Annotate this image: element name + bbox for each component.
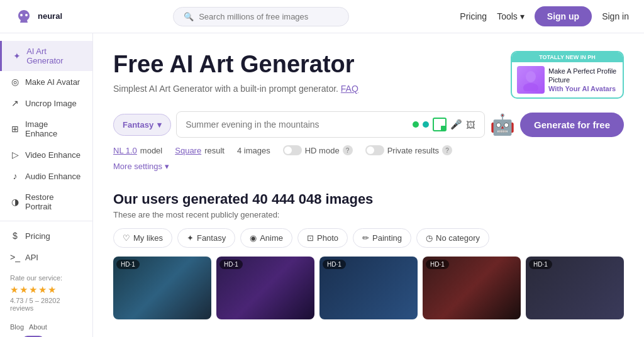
- enhance-icon: ⊞: [10, 124, 20, 134]
- result-shape-selector[interactable]: Square result: [175, 146, 225, 155]
- private-switch[interactable]: [365, 145, 384, 155]
- sidebar-item-api[interactable]: >_ API: [0, 246, 92, 268]
- prompt-icons: 🎤 🖼: [413, 118, 475, 131]
- image-card-1[interactable]: HD·1: [113, 257, 211, 319]
- sidebar-divider: [0, 221, 92, 221]
- sparkle-icon: ✦: [12, 51, 21, 61]
- hd-badge: HD·1: [224, 261, 238, 268]
- signup-button[interactable]: Sign up: [535, 6, 592, 26]
- code-icon: >_: [10, 252, 20, 262]
- style-dropdown[interactable]: Fantasy ▾: [113, 114, 171, 136]
- sidebar-item-video-enhance[interactable]: ▷ Video Enhance: [0, 144, 92, 165]
- faq-link[interactable]: FAQ: [341, 84, 358, 94]
- filter-tab-label: Painting: [372, 233, 402, 243]
- image-grid: HD·1 HD·1 HD·1 HD·1: [113, 257, 624, 319]
- image-badge-3: HD·1: [323, 260, 346, 269]
- chevron-down-icon: ▾: [520, 11, 525, 21]
- filter-tab-no-category[interactable]: ◷ No category: [416, 228, 489, 248]
- star-rating: ★ ★ ★ ★ ★: [10, 284, 82, 296]
- hd-mode-toggle[interactable]: HD mode ?: [283, 145, 353, 155]
- blog-link[interactable]: Blog: [10, 323, 24, 331]
- page-title: Free AI Art Generator: [113, 51, 358, 79]
- svg-point-0: [20, 14, 23, 16]
- sidebar-item-uncrop-image[interactable]: ↗ Uncrop Image: [0, 92, 92, 114]
- count-selector[interactable]: 4 images: [237, 146, 270, 155]
- sidebar-item-audio-enhance[interactable]: ♪ Audio Enhance: [0, 165, 92, 187]
- sidebar-item-pricing[interactable]: $ Pricing: [0, 225, 92, 246]
- image-upload-icon[interactable]: 🖼: [466, 119, 475, 130]
- sidebar-item-ai-art-generator[interactable]: ✦ AI Art Generator: [0, 41, 92, 71]
- model-link[interactable]: NL 1.0: [113, 146, 137, 155]
- filter-tab-label: Fantasy: [197, 233, 226, 243]
- filter-tab-painting[interactable]: ✏ Painting: [353, 228, 411, 248]
- signin-link[interactable]: Sign in: [602, 11, 629, 21]
- category-icon: ◷: [426, 233, 433, 243]
- filter-tab-my-likes[interactable]: ♡ My likes: [113, 228, 172, 248]
- image-badge-2: HD·1: [219, 260, 243, 269]
- sidebar-item-label: Uncrop Image: [25, 99, 77, 108]
- logo[interactable]: neural: [15, 8, 62, 25]
- heart-icon: ♡: [123, 233, 130, 243]
- hd-info-icon[interactable]: ?: [343, 145, 353, 155]
- sidebar-item-label: AI Art Generator: [26, 47, 82, 65]
- image-card-2[interactable]: HD·1: [216, 257, 314, 319]
- star-5: ★: [48, 284, 56, 296]
- svg-point-1: [25, 14, 28, 16]
- sidebar-item-restore-portrait[interactable]: ◑ Restore Portrait: [0, 187, 92, 217]
- sidebar-item-image-enhance[interactable]: ⊞ Image Enhance: [0, 114, 92, 144]
- search-bar[interactable]: 🔍: [173, 7, 349, 26]
- generate-button[interactable]: Generate for free: [520, 113, 624, 137]
- promo-inner: Make A Perfect Profile Picture With Your…: [512, 62, 623, 97]
- filter-tab-photo[interactable]: ⊡ Photo: [297, 228, 348, 248]
- hd-badge: HD·1: [430, 261, 445, 268]
- about-link[interactable]: About: [29, 323, 47, 331]
- promo-avatar-image: [517, 66, 545, 94]
- more-settings-button[interactable]: More settings ▾: [113, 162, 624, 171]
- private-label: Private results: [387, 146, 439, 155]
- filter-tab-fantasy[interactable]: ✦ Fantasy: [177, 228, 235, 248]
- image-card-3[interactable]: HD·1: [319, 257, 418, 319]
- teal-status-dot: [423, 121, 429, 128]
- image-badge-1: HD·1: [116, 260, 140, 269]
- anime-icon: ◉: [250, 233, 257, 243]
- prompt-input[interactable]: [186, 119, 408, 130]
- model-selector[interactable]: NL 1.0 model: [113, 146, 162, 155]
- filter-tab-label: Photo: [317, 233, 338, 243]
- count-label: 4 images: [237, 146, 270, 155]
- image-card-4[interactable]: HD·1: [423, 257, 521, 319]
- filter-tab-label: Anime: [260, 233, 283, 243]
- rate-label: Rate our service:: [10, 274, 82, 282]
- filter-tab-anime[interactable]: ◉ Anime: [240, 228, 292, 248]
- microphone-icon[interactable]: 🎤: [450, 119, 462, 130]
- aspect-ratio-icon[interactable]: [433, 118, 447, 131]
- fantasy-icon: ✦: [187, 233, 194, 243]
- audio-icon: ♪: [10, 171, 20, 181]
- svg-point-2: [526, 71, 536, 82]
- green-status-dot: [413, 121, 419, 128]
- sidebar-item-label: Make AI Avatar: [25, 77, 80, 87]
- private-results-toggle[interactable]: Private results ?: [365, 145, 452, 155]
- stats-section: Our users generated 40 444 048 images Th…: [113, 191, 624, 319]
- result-link[interactable]: Square: [175, 146, 201, 155]
- search-icon: 🔍: [184, 12, 194, 21]
- sidebar-item-label: Pricing: [25, 231, 50, 241]
- tools-nav-button[interactable]: Tools ▾: [497, 11, 525, 21]
- filter-tab-label: My likes: [133, 233, 163, 243]
- chevron-down-icon: ▾: [157, 120, 162, 130]
- hero-text: Free AI Art Generator Simplest AI Art Ge…: [113, 51, 358, 94]
- avatar-silhouette: [521, 69, 540, 91]
- main-layout: ✦ AI Art Generator ◎ Make AI Avatar ↗ Un…: [0, 33, 644, 337]
- promo-card[interactable]: TOTALLY NEW IN PH Make A Perfect Profile…: [511, 51, 624, 99]
- private-info-icon[interactable]: ?: [442, 145, 452, 155]
- image-card-5[interactable]: HD·1: [526, 257, 624, 319]
- sidebar-item-make-ai-avatar[interactable]: ◎ Make AI Avatar: [0, 71, 92, 92]
- settings-row: NL 1.0 model Square result 4 images HD m…: [113, 145, 624, 155]
- avatar-icon: ◎: [10, 77, 20, 87]
- logo-icon: [15, 8, 33, 25]
- hd-mode-switch[interactable]: [283, 145, 302, 155]
- robot-icon: 🤖: [490, 113, 515, 136]
- logo-text: neural: [38, 11, 62, 21]
- video-icon: ▷: [10, 150, 20, 160]
- search-input[interactable]: [199, 12, 338, 21]
- pricing-nav-link[interactable]: Pricing: [460, 11, 487, 21]
